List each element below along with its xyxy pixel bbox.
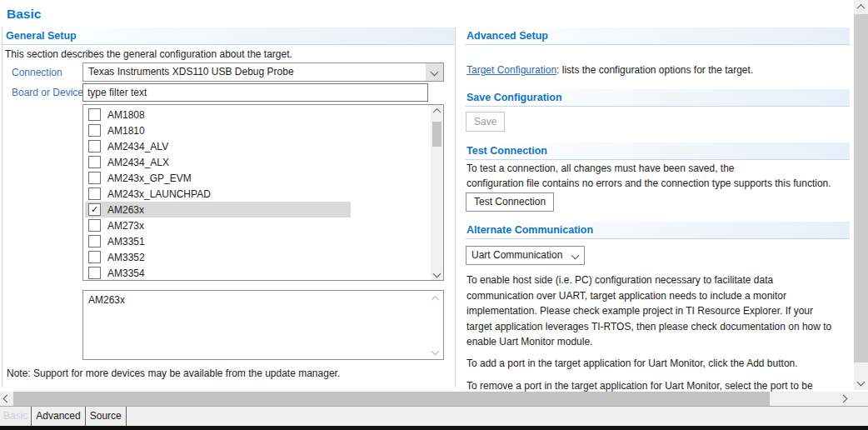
add-port-instruction: To add a port in the target application … xyxy=(466,358,798,369)
description-scroll-up[interactable] xyxy=(429,292,441,305)
save-configuration-title: Save Configuration xyxy=(465,89,850,106)
horizontal-scroll-thumb[interactable] xyxy=(13,392,770,406)
scroll-right-button[interactable] xyxy=(836,392,850,406)
device-checkbox[interactable]: ✓ xyxy=(88,203,101,216)
target-configuration-link[interactable]: Target Configuration xyxy=(466,64,556,76)
uart-paragraph-line: implementation. Please check example pro… xyxy=(466,303,831,319)
connection-combo[interactable]: Texas Instruments XDS110 USB Debug Probe xyxy=(82,62,444,82)
connection-combo-value: Texas Instruments XDS110 USB Debug Probe xyxy=(83,63,443,81)
window-bottom-border xyxy=(0,426,868,430)
editor-horizontal-scrollbar[interactable] xyxy=(0,392,868,406)
device-row[interactable]: ✓AM263x xyxy=(83,202,430,218)
update-manager-note: Note: Support for more devices may be av… xyxy=(7,368,340,379)
device-label: AM263x xyxy=(107,204,144,216)
chevron-down-icon xyxy=(432,348,440,356)
connection-combo-dropdown-button[interactable] xyxy=(426,63,443,81)
uart-monitor-paragraph: To enable host side (i.e. PC) configurat… xyxy=(466,272,831,350)
general-setup-description: This section describes the general confi… xyxy=(5,48,292,60)
alternate-communication-header: Alternate Communication xyxy=(465,222,850,239)
advanced-setup-header: Advanced Setup xyxy=(465,28,850,45)
device-row[interactable]: AM3354 xyxy=(83,265,430,281)
target-configuration-editor: Basic General Setup This section describ… xyxy=(0,0,868,430)
device-checkbox[interactable] xyxy=(88,219,101,232)
scroll-left-button[interactable] xyxy=(0,392,13,406)
device-label: AM2434_ALV xyxy=(107,141,168,152)
alternate-communication-title: Alternate Communication xyxy=(465,222,850,238)
device-row[interactable]: AM273x xyxy=(83,218,430,233)
device-description-box[interactable]: AM263x xyxy=(82,290,444,360)
device-label: AM243x_LAUNCHPAD xyxy=(107,188,211,200)
vertical-scroll-thumb[interactable] xyxy=(854,14,868,362)
device-row[interactable]: AM1810 xyxy=(83,122,430,138)
device-list-scrollbar[interactable] xyxy=(431,105,443,280)
advanced-setup-line: Target Configuration: lists the configur… xyxy=(466,64,753,76)
remove-port-instruction: To remove a port in the target applicati… xyxy=(466,380,813,392)
device-label: AM1810 xyxy=(107,125,145,137)
test-connection-button[interactable]: Test Connection xyxy=(466,192,554,212)
chevron-left-icon xyxy=(2,395,11,403)
device-label: AM3351 xyxy=(107,236,145,248)
device-list-scroll-up[interactable] xyxy=(431,105,443,118)
device-checkbox[interactable] xyxy=(88,235,101,248)
chevron-up-icon xyxy=(857,3,866,12)
test-connection-desc-line1: To test a connection, all changes must h… xyxy=(466,162,735,174)
uart-paragraph-line: target application leverages TI-RTOS, th… xyxy=(466,319,831,335)
uart-paragraph-line: enable Uart Monitor module. xyxy=(466,334,831,350)
chevron-up-icon xyxy=(433,108,441,117)
device-checkbox[interactable] xyxy=(88,188,101,200)
device-list-scroll-thumb[interactable] xyxy=(432,122,441,147)
scroll-up-button[interactable] xyxy=(854,0,868,13)
device-label: AM1808 xyxy=(107,109,145,121)
device-list-scroll-down[interactable] xyxy=(431,268,443,280)
board-or-device-label: Board or Device xyxy=(12,87,83,98)
save-configuration-header: Save Configuration xyxy=(465,89,850,107)
device-row[interactable]: AM2434_ALV xyxy=(83,138,430,154)
scroll-down-button[interactable] xyxy=(854,375,868,388)
device-row[interactable]: AM3351 xyxy=(83,233,430,249)
device-row[interactable]: AM2434_ALX xyxy=(83,154,430,170)
general-setup-title: General Setup xyxy=(2,28,455,44)
device-label: AM3352 xyxy=(107,252,145,263)
device-list[interactable]: AM1808AM1810AM2434_ALVAM2434_ALXAM243x_G… xyxy=(82,104,444,281)
left-section-border-left xyxy=(2,28,2,388)
device-checkbox[interactable] xyxy=(88,267,101,279)
chevron-up-icon xyxy=(432,296,440,304)
device-row[interactable]: AM243x_GP_EVM xyxy=(83,170,430,186)
tab-advanced[interactable]: Advanced xyxy=(32,407,85,426)
editor-vertical-scrollbar[interactable] xyxy=(854,0,868,390)
device-checkbox[interactable] xyxy=(88,124,101,137)
chevron-down-icon xyxy=(431,68,439,77)
device-checkbox[interactable] xyxy=(88,251,101,263)
editor-tabstrip: BasicAdvancedSource xyxy=(0,407,868,426)
device-checkbox[interactable] xyxy=(88,172,101,184)
test-connection-title: Test Connection xyxy=(465,142,850,159)
chevron-down-icon xyxy=(571,252,580,260)
device-filter-input[interactable] xyxy=(82,83,428,102)
device-checkbox[interactable] xyxy=(88,140,101,152)
device-checkbox[interactable] xyxy=(88,108,101,121)
test-connection-header: Test Connection xyxy=(465,142,850,160)
target-configuration-link-suffix: : lists the configuration options for th… xyxy=(556,64,753,76)
device-checkbox[interactable] xyxy=(88,156,101,168)
device-row[interactable]: AM3352 xyxy=(83,249,430,265)
left-section-border-right xyxy=(455,28,456,388)
device-rows: AM1808AM1810AM2434_ALVAM2434_ALXAM243x_G… xyxy=(83,107,430,281)
communication-type-combo[interactable]: Uart Communication xyxy=(466,246,585,265)
device-label: AM2434_ALX xyxy=(107,157,169,168)
general-setup-header: General Setup xyxy=(2,28,455,45)
chevron-right-icon xyxy=(839,395,847,403)
description-scroll-down[interactable] xyxy=(429,345,441,358)
chevron-down-icon xyxy=(857,378,866,386)
chevron-down-icon xyxy=(433,270,441,278)
test-connection-desc-line2: configuration file contains no errors an… xyxy=(466,178,831,189)
device-label: AM3354 xyxy=(107,268,145,279)
device-row[interactable]: AM1808 xyxy=(83,107,430,122)
tab-source[interactable]: Source xyxy=(86,407,127,426)
communication-type-dropdown-button[interactable] xyxy=(566,247,584,264)
uart-paragraph-line: communication over UART, target applicat… xyxy=(466,288,831,304)
device-label: AM273x xyxy=(107,220,144,232)
tab-basic[interactable]: Basic xyxy=(0,407,32,426)
save-button[interactable]: Save xyxy=(466,112,505,132)
device-description-text: AM263x xyxy=(88,294,125,306)
device-row[interactable]: AM243x_LAUNCHPAD xyxy=(83,186,430,202)
